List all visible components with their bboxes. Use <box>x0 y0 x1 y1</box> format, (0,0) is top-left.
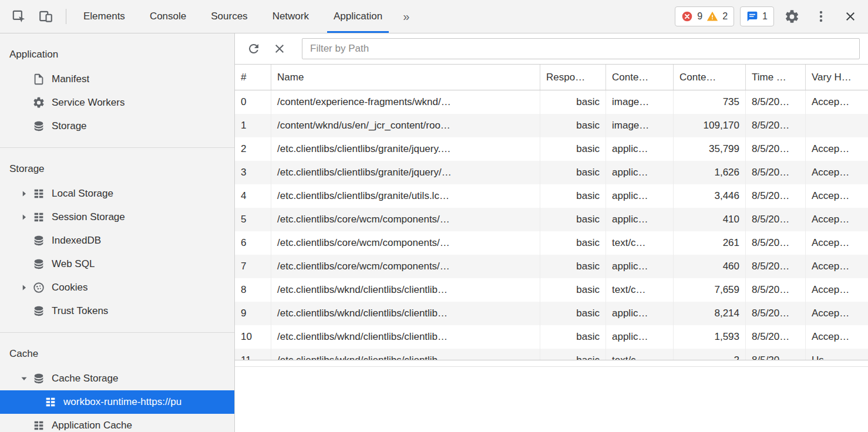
cell-time: 8/5/20… <box>746 208 806 231</box>
table-row[interactable]: 1/content/wknd/us/en/_jcr_content/roo…ba… <box>235 114 868 137</box>
sidebar-item-service-workers[interactable]: Service Workers <box>0 91 234 114</box>
cell-index: 5 <box>235 208 271 231</box>
sidebar-item-web-sql[interactable]: Web SQL <box>0 252 234 276</box>
cell-response-type: basic <box>540 325 606 349</box>
tab-sources[interactable]: Sources <box>199 0 260 33</box>
cell-index: 2 <box>235 137 271 161</box>
cell-name: /content/wknd/us/en/_jcr_content/roo… <box>271 114 540 137</box>
device-toolbar-button[interactable] <box>34 5 58 28</box>
main-toolbar: ElementsConsoleSourcesNetworkApplication… <box>0 0 868 33</box>
column-header-0[interactable]: # <box>235 65 271 90</box>
cell-vary: Accep… <box>806 208 868 231</box>
expander-spacer <box>16 252 32 276</box>
cell-time: 8/5/20… <box>746 349 806 360</box>
tab-application[interactable]: Application <box>321 0 395 33</box>
cell-response-type: basic <box>540 278 606 302</box>
section-title-application: Application <box>0 42 234 68</box>
cell-content-length: 109,170 <box>674 114 746 137</box>
cell-time: 8/5/20… <box>746 184 806 208</box>
inspect-element-button[interactable] <box>7 5 31 28</box>
cell-response-type: basic <box>540 137 606 161</box>
toolbar-divider <box>66 9 66 24</box>
database-icon <box>32 257 46 271</box>
column-header-4[interactable]: Conte… <box>674 65 746 90</box>
cell-index: 4 <box>235 184 271 208</box>
expander-collapsed-icon[interactable] <box>16 182 32 205</box>
column-header-3[interactable]: Conte… <box>606 65 674 90</box>
cell-time: 8/5/20… <box>746 161 806 184</box>
cell-vary: Accep… <box>806 231 868 255</box>
sidebar-item-session-storage[interactable]: Session Storage <box>0 205 234 229</box>
expander-spacer <box>16 114 32 138</box>
table-row[interactable]: 10/etc.clientlibs/wknd/clientlibs/client… <box>235 325 868 349</box>
expander-collapsed-icon[interactable] <box>16 205 32 229</box>
console-summary-badge[interactable]: 9 2 <box>675 6 734 26</box>
issues-badge[interactable]: 1 <box>740 6 774 26</box>
close-devtools-button[interactable] <box>839 5 862 28</box>
sidebar-item-cookies[interactable]: Cookies <box>0 276 234 299</box>
more-tabs-button[interactable]: » <box>395 10 418 23</box>
cell-time: 8/5/20… <box>746 278 806 302</box>
column-header-6[interactable]: Vary H… <box>806 65 868 90</box>
cell-index: 9 <box>235 302 271 325</box>
database-icon <box>32 372 46 386</box>
cell-content-type: applic… <box>606 161 674 184</box>
warning-count: 2 <box>722 11 728 22</box>
error-icon <box>681 11 693 22</box>
column-header-5[interactable]: Time … <box>746 65 806 90</box>
cell-time: 8/5/20… <box>746 114 806 137</box>
sidebar-item-label: Local Storage <box>52 188 113 200</box>
table-row[interactable]: 5/etc.clientlibs/core/wcm/components/…ba… <box>235 208 868 231</box>
table-row[interactable]: 3/etc.clientlibs/clientlibs/granite/jque… <box>235 161 868 184</box>
table-row[interactable]: 4/etc.clientlibs/clientlibs/granite/util… <box>235 184 868 208</box>
sidebar-item-label: Cookies <box>52 282 88 293</box>
cell-name: /etc.clientlibs/core/wcm/components/… <box>271 255 540 278</box>
expander-spacer <box>16 414 32 432</box>
sidebar-item-storage[interactable]: Storage <box>0 114 234 138</box>
table-row[interactable]: 8/etc.clientlibs/wknd/clientlibs/clientl… <box>235 278 868 302</box>
cache-entries-table: #NameRespo…Conte…Conte…Time …Vary H… 0/c… <box>235 65 868 360</box>
table-row[interactable]: 7/etc.clientlibs/core/wcm/components/…ba… <box>235 255 868 278</box>
expander-expanded-icon[interactable] <box>16 367 32 390</box>
sidebar-item-cache-storage[interactable]: Cache Storage <box>0 367 234 390</box>
cell-content-type: applic… <box>606 255 674 278</box>
table-row[interactable]: 6/etc.clientlibs/core/wcm/components/…ba… <box>235 231 868 255</box>
cell-content-type: text/c… <box>606 349 674 360</box>
table-row[interactable]: 2/etc.clientlibs/clientlibs/granite/jque… <box>235 137 868 161</box>
column-header-1[interactable]: Name <box>271 65 540 90</box>
settings-button[interactable] <box>780 5 803 28</box>
clear-button[interactable] <box>268 37 291 60</box>
refresh-icon <box>247 42 261 56</box>
cell-content-type: text/c… <box>606 231 674 255</box>
cell-content-length: 1,626 <box>674 161 746 184</box>
sidebar-item-local-storage[interactable]: Local Storage <box>0 182 234 205</box>
devtools-window: ElementsConsoleSourcesNetworkApplication… <box>0 0 868 432</box>
cell-content-type: text/c… <box>606 278 674 302</box>
sidebar-item-trust-tokens[interactable]: Trust Tokens <box>0 299 234 323</box>
cell-vary: Accep… <box>806 137 868 161</box>
filter-input[interactable] <box>302 38 860 59</box>
sidebar-item-application-cache[interactable]: Application Cache <box>0 414 234 432</box>
tab-elements[interactable]: Elements <box>71 0 137 33</box>
cell-name: /etc.clientlibs/clientlibs/granite/utils… <box>271 184 540 208</box>
tab-network[interactable]: Network <box>260 0 321 33</box>
cell-vary: Accep… <box>806 90 868 114</box>
cell-content-type: applic… <box>606 208 674 231</box>
table-row[interactable]: 11/etc.clientlibs/wknd/clientlibs/client… <box>235 349 868 360</box>
sidebar-item-manifest[interactable]: Manifest <box>0 68 234 91</box>
table-row[interactable]: 9/etc.clientlibs/wknd/clientlibs/clientl… <box>235 302 868 325</box>
sidebar-item-workbox-runtime-https-pu[interactable]: workbox-runtime-https://pu <box>0 390 234 414</box>
more-options-button[interactable] <box>809 5 833 28</box>
tab-console[interactable]: Console <box>137 0 199 33</box>
cell-time: 8/5/20… <box>746 137 806 161</box>
toolbar-right-group: 9 2 1 <box>675 5 868 28</box>
column-header-2[interactable]: Respo… <box>540 65 606 90</box>
refresh-button[interactable] <box>242 37 265 60</box>
device-toolbar-icon <box>38 9 53 24</box>
table-row[interactable]: 0/content/experience-fragments/wknd/…bas… <box>235 90 868 114</box>
section-title-cache: Cache <box>0 341 234 367</box>
sidebar-item-indexeddb[interactable]: IndexedDB <box>0 229 234 252</box>
sidebar-item-label: Trust Tokens <box>52 305 108 317</box>
document-icon <box>32 72 46 86</box>
expander-collapsed-icon[interactable] <box>16 276 32 299</box>
